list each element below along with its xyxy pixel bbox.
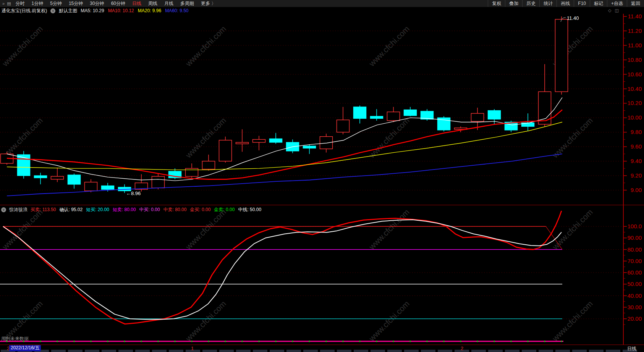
tool-button-0[interactable]: 复权 xyxy=(488,0,505,7)
tool-button-5[interactable]: F10 xyxy=(574,0,590,7)
cursor-date-box: 2022/12/16/五 xyxy=(9,345,41,351)
indicator-values: 买卖: 113.50确认: 95.02短买: 20.00短卖: 80.00中买:… xyxy=(31,207,265,213)
ma-label-1: MA10: 10.12 xyxy=(108,8,134,13)
candle-body xyxy=(555,19,568,92)
period-tab-6[interactable]: 日线 xyxy=(129,0,145,7)
price-axis-label: 10.20 xyxy=(627,100,642,106)
corner-icon-1[interactable]: ◫ xyxy=(615,8,618,13)
price-axis-label: 9.80 xyxy=(631,129,642,135)
indicator-curve-买卖 xyxy=(3,211,561,324)
indicator-axis-label: 40.00 xyxy=(627,292,642,299)
indicator-axis-label: 20.00 xyxy=(627,315,642,322)
indicator-field-2: 短买: 20.00 xyxy=(86,207,109,212)
price-axis-label: 9.00 xyxy=(631,187,642,193)
tool-buttons: 复权叠加历史统计画线F10标记+自选返回 xyxy=(488,0,644,7)
candle-body xyxy=(236,142,249,144)
indicator-field-5: 中卖: 80.00 xyxy=(163,207,187,212)
indicator-field-4: 中买: 0.00 xyxy=(139,207,160,212)
indicator-field-1: 确认: 95.02 xyxy=(59,207,83,212)
candle-body xyxy=(68,175,81,184)
tool-button-6[interactable]: 标记 xyxy=(590,0,607,7)
candle-body xyxy=(371,116,383,119)
period-tab-2[interactable]: 5分钟 xyxy=(47,0,65,7)
indicator-axis-label: 100.0 xyxy=(627,223,642,229)
period-tab-7[interactable]: 周线 xyxy=(145,0,161,7)
period-tab-10[interactable]: 更多 〉 xyxy=(197,0,219,7)
price-axis-label: 11.40 xyxy=(628,13,642,19)
low-price-annotation: ←8.96 xyxy=(126,191,141,196)
price-axis-label: 11.00 xyxy=(628,42,642,48)
candle-body xyxy=(102,186,114,190)
chart-canvas[interactable]: www.cfchi.comwww.cfchi.comwww.cfchi.comw… xyxy=(0,0,644,352)
period-tab-5[interactable]: 60分钟 xyxy=(108,0,129,7)
period-tab-0[interactable]: 分时 xyxy=(12,0,28,7)
tool-button-4[interactable]: 画线 xyxy=(557,0,574,7)
main-chart-preset[interactable]: 默认主图 xyxy=(59,8,77,14)
stock-title: 通化东宝(日线.前复权) xyxy=(2,8,47,14)
period-tab-4[interactable]: 30分钟 xyxy=(86,0,107,7)
tool-button-7[interactable]: +自选 xyxy=(607,0,627,7)
candle-body xyxy=(34,176,47,178)
tool-button-8[interactable]: 返回 xyxy=(627,0,644,7)
date-axis-row: 212 2022/12/16/五 日线 xyxy=(0,345,644,352)
period-tab-8[interactable]: 月线 xyxy=(161,0,177,7)
candle-body xyxy=(404,110,417,116)
price-axis-label: 10.80 xyxy=(627,57,642,63)
chevron-down-icon[interactable]: ∨ xyxy=(50,8,55,13)
indicator-name[interactable]: 惊涛骇浪 xyxy=(9,207,28,213)
watermark: www.cfchi.com xyxy=(367,299,411,343)
period-tabs: » ▤ 分时1分钟5分钟15分钟30分钟60分钟日线周线月线多周期更多 〉 xyxy=(0,0,219,7)
candle-body xyxy=(270,139,282,142)
corner-icon-0[interactable]: ◇ xyxy=(608,8,611,13)
indicator-axis-label: 30.00 xyxy=(627,304,642,310)
future-data-warning: 用到未来数据 xyxy=(1,336,29,342)
candle-body xyxy=(253,139,265,142)
candle-body xyxy=(320,137,333,149)
period-indicator-label: 日线 xyxy=(627,346,636,352)
watermark: www.cfchi.com xyxy=(550,299,594,343)
price-axis-label: 9.40 xyxy=(631,158,642,164)
ma-label-0: MA5: 10.29 xyxy=(81,8,104,13)
candle-body xyxy=(85,182,97,191)
candle-body xyxy=(354,107,366,118)
watermark: www.cfchi.com xyxy=(367,207,411,251)
indicator-curve-确认 xyxy=(3,220,561,320)
price-axis-label: 9.60 xyxy=(631,143,642,150)
period-tab-3[interactable]: 15分钟 xyxy=(65,0,86,7)
candle-body xyxy=(387,112,400,121)
candle-body xyxy=(219,140,232,161)
ma-label-3: MA60: 9.50 xyxy=(165,8,188,13)
candle-body xyxy=(202,161,215,169)
indicator-axis-label: 90.00 xyxy=(627,234,642,241)
watermark: www.cfchi.com xyxy=(550,116,594,160)
indicator-axis-label: 80.00 xyxy=(627,246,642,253)
price-axis-label: 9.20 xyxy=(631,172,642,179)
price-axis-label: 11.20 xyxy=(628,27,642,34)
indicator-field-0: 买卖: 113.50 xyxy=(31,207,56,212)
watermark: www.cfchi.com xyxy=(184,207,228,251)
window-icon[interactable]: ▤ xyxy=(6,1,12,6)
candle-body xyxy=(51,176,64,179)
indicator-field-6: 金买: 0.00 xyxy=(190,207,210,212)
trading-app-window: www.cfchi.comwww.cfchi.comwww.cfchi.comw… xyxy=(0,0,644,352)
candle-body xyxy=(303,146,316,148)
tool-button-3[interactable]: 统计 xyxy=(539,0,557,7)
price-axis-label: 10.40 xyxy=(627,86,642,92)
ma-label-2: MA20: 9.96 xyxy=(138,8,161,13)
indicator-field-3: 短卖: 80.00 xyxy=(113,207,136,212)
collapse-icon[interactable]: » xyxy=(1,1,6,6)
watermark: www.cfchi.com xyxy=(367,24,411,68)
chevron-down-icon[interactable]: ∨ xyxy=(1,207,6,212)
candle-body xyxy=(18,155,30,176)
tool-button-2[interactable]: 历史 xyxy=(522,0,539,7)
toolbar: » ▤ 分时1分钟5分钟15分钟30分钟60分钟日线周线月线多周期更多 〉 复权… xyxy=(0,0,644,7)
period-tab-1[interactable]: 1分钟 xyxy=(28,0,47,7)
indicator-axis-label: 60.00 xyxy=(627,269,642,276)
indicator-title-row: ∨ 惊涛骇浪 买卖: 113.50确认: 95.02短买: 20.00短卖: 8… xyxy=(0,206,265,213)
period-tab-9[interactable]: 多周期 xyxy=(177,0,197,7)
tool-button-1[interactable]: 叠加 xyxy=(505,0,522,7)
indicator-axis-label: 50.00 xyxy=(627,281,642,287)
axis-marker-2: 2 xyxy=(461,346,463,351)
candle-body xyxy=(471,113,484,121)
info-row: 通化东宝(日线.前复权) ∨ 默认主图 MA5: 10.29MA10: 10.1… xyxy=(0,7,624,14)
